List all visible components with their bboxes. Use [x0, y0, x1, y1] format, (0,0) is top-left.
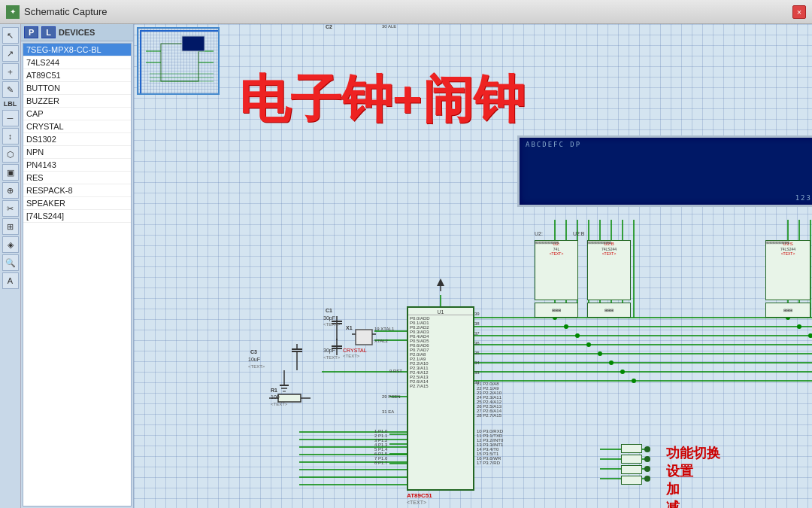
svg-point-70 [644, 446, 650, 452]
devices-l-button[interactable]: L [41, 26, 56, 38]
device-item[interactable]: 7SEG-MPX8-CC-BL [23, 44, 131, 56]
svg-rect-82 [278, 394, 301, 402]
c3-label: C3 [250, 349, 257, 354]
zoom-tool[interactable]: ＋ [2, 63, 19, 80]
u2a-text: <TEXT> [535, 251, 577, 256]
device-item[interactable]: RESPACK-8 [23, 184, 131, 197]
u3s-bottom: ⊞⊞⊞ [765, 303, 810, 318]
xtal1-label: 19 XTAL1 [374, 327, 394, 331]
sidebar: P L DEVICES 7SEG-MPX8-CC-BL74LS244AT89C5… [21, 24, 134, 508]
text-tool[interactable]: A [2, 272, 19, 289]
lcd-bottom-label: 12345678 [526, 194, 812, 202]
device-item[interactable]: BUZZER [23, 95, 131, 108]
device-item[interactable]: 74LS244 [23, 56, 131, 69]
pin38: 38 [474, 321, 480, 326]
svg-rect-94 [356, 330, 372, 345]
rotate-tool[interactable]: ◈ [2, 236, 19, 253]
devices-p-button[interactable]: P [24, 26, 38, 38]
c2-label: C2 [326, 24, 332, 29]
close-button[interactable]: × [792, 5, 806, 19]
u3s-text: <TEXT> [766, 251, 810, 256]
device-item[interactable]: SPEAKER [23, 197, 131, 210]
pin39: 39 [474, 312, 480, 316]
rst-label: 9 RST [389, 369, 402, 373]
button3[interactable] [621, 465, 642, 474]
c2-value: 30pF [323, 348, 335, 353]
device-item[interactable]: AT89C51 [23, 69, 131, 82]
ground-tool[interactable]: ⊕ [2, 182, 19, 199]
svg-point-55 [564, 324, 568, 329]
svg-point-63 [797, 324, 801, 329]
u3s-pinrow-top: ⊞⊞⊞⊞⊞⊞⊞⊞ [765, 240, 789, 245]
u2b-bottom: ⊞⊞⊞ [587, 303, 631, 318]
device-item[interactable]: BUTTON [23, 82, 131, 95]
svg-rect-5 [182, 36, 205, 51]
junction-tool[interactable]: ⬡ [2, 146, 19, 163]
svg-point-58 [598, 351, 602, 356]
sidebar-title: DEVICES [59, 28, 95, 37]
c3-value: 10uF [248, 357, 260, 362]
device-item[interactable]: [74LS244] [23, 210, 131, 223]
scissors-tool[interactable]: ✂ [2, 200, 19, 217]
u2a-bottom: ⊞⊞⊞ [535, 303, 578, 318]
pin34: 34 [474, 360, 480, 365]
svg-point-60 [620, 370, 625, 374]
svg-marker-98 [437, 278, 444, 286]
svg-point-59 [609, 360, 614, 365]
u2a-chip: U2: 74L <TEXT> [535, 240, 578, 300]
main-layout: ↖ ↗ ＋ ✎ LBL ─ ↕ ⬡ ▣ ⊕ ✂ ⊞ ◈ 🔍 A P L DEVI… [0, 24, 812, 508]
select-tool[interactable]: ↖ [2, 27, 19, 44]
u3s-chip: U3:S 74LS244 <TEXT> [765, 240, 810, 300]
ea-label: 31 EA [382, 409, 394, 414]
u2-area-labels: U2:U2:B [535, 231, 584, 236]
lcd-display: ABCDEFC DP 12345678 [517, 135, 812, 207]
wire-tool[interactable]: ─ [2, 110, 19, 126]
u1-text-label: <TEXT> [407, 500, 426, 505]
psen-label: 29 PSEN [382, 394, 401, 399]
power-tool[interactable]: ▣ [2, 164, 19, 181]
canvas-area[interactable]: 电子钟+闹钟 ABCDEFC DP 12345678 [134, 24, 812, 508]
preview-inner [138, 29, 218, 93]
bus-tool[interactable]: ↕ [2, 128, 19, 144]
add-label: 加 [666, 480, 680, 498]
move-tool[interactable]: ↗ [2, 45, 19, 62]
x1-text: <TEXT> [343, 354, 359, 358]
preview-box [137, 27, 220, 95]
draw-tool[interactable]: ✎ [2, 81, 19, 98]
svg-point-73 [644, 476, 650, 482]
lcd-top-label: ABCDEFC DP [526, 141, 812, 148]
device-item[interactable]: NPN [23, 146, 131, 159]
button1[interactable] [621, 444, 642, 453]
p2-labels: 21 P2.0/A8 22 P2.1/A9 23 P2.2/A10 24 P2.… [477, 382, 501, 418]
r1-label: R1 [271, 388, 277, 393]
u2b-text: <TEXT> [588, 251, 630, 256]
svg-point-56 [575, 333, 580, 338]
app-title: Schematic Capture [24, 6, 788, 17]
device-item[interactable]: CAP [23, 108, 131, 120]
svg-point-57 [586, 342, 591, 347]
u1-pins: P0.0/ADD P0.1/AD1 P0.2/AD2 P0.3/AD3 P0.4… [408, 315, 473, 389]
button2[interactable] [621, 455, 642, 464]
ale-label: 30 ALE [382, 24, 396, 29]
search-tool[interactable]: 🔍 [2, 254, 19, 271]
device-item[interactable]: RES [23, 172, 131, 184]
u2a-pinrow-top: ⊞⊞⊞⊞⊞⊞⊞⊞ [535, 240, 559, 245]
lbl-indicator: LBL [3, 99, 18, 108]
svg-point-64 [808, 333, 812, 338]
device-item[interactable]: PN4143 [23, 159, 131, 172]
pin33: 33 [474, 370, 480, 375]
button4[interactable] [621, 476, 642, 485]
x1-part: CRYSTAL [343, 348, 367, 353]
pin35: 35 [474, 351, 480, 355]
r1-text: <TEXT> [271, 402, 287, 406]
device-item[interactable]: CRYSTAL [23, 120, 131, 133]
device-list[interactable]: 7SEG-MPX8-CC-BL74LS244AT89C51BUTTONBUZZE… [23, 43, 132, 506]
xtal2-label: XTAL2 [374, 339, 388, 343]
c3-text: <TEXT> [248, 364, 265, 369]
device-item[interactable]: DS1302 [23, 133, 131, 146]
lcd-inner: ABCDEFC DP 12345678 [520, 138, 812, 205]
x1-label: X1 [346, 325, 353, 330]
r1-value: 100 [271, 394, 280, 400]
grid-tool[interactable]: ⊞ [2, 218, 19, 235]
u1-label: U1 [408, 308, 473, 315]
